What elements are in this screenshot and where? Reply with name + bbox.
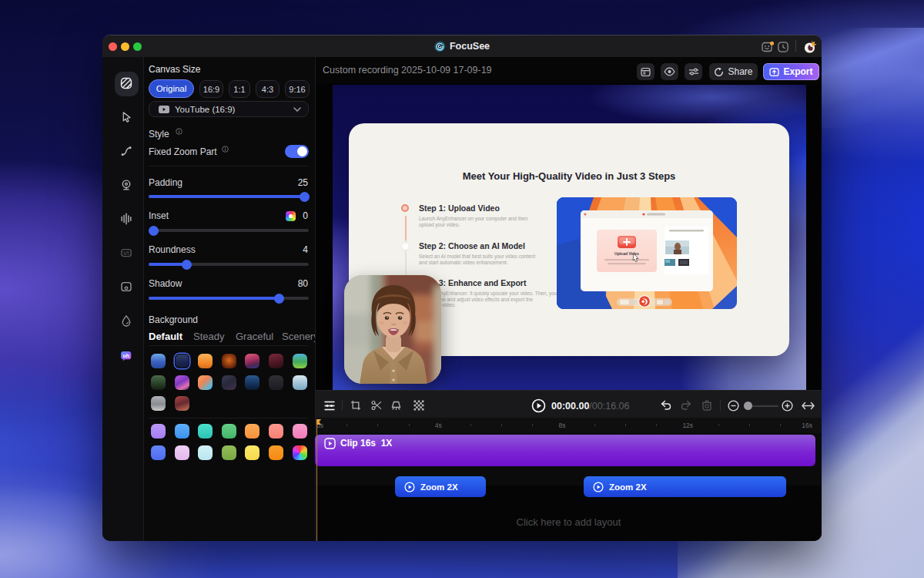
svg-text:uh: uh xyxy=(122,353,129,358)
